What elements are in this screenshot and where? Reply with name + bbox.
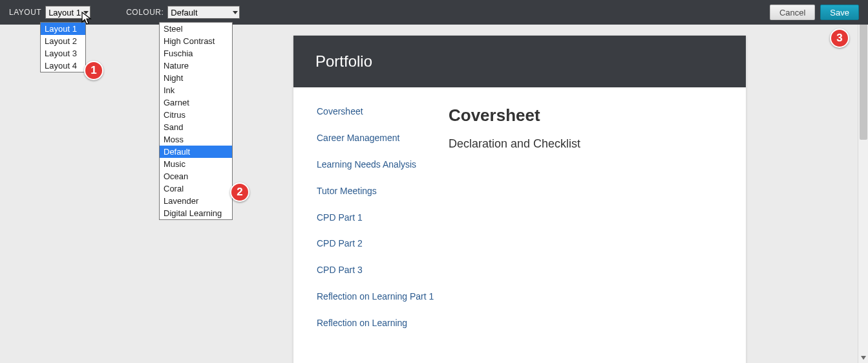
page-title: Portfolio [293, 36, 746, 87]
page-nav: Coversheet Career Management Learning Ne… [293, 105, 442, 344]
nav-link-tutor-meetings[interactable]: Tutor Meetings [317, 185, 436, 197]
colour-option[interactable]: Steel [160, 23, 232, 35]
chevron-down-icon [233, 11, 238, 14]
scroll-down-icon[interactable] [858, 353, 868, 363]
chevron-down-icon [83, 11, 89, 14]
layout-option[interactable]: Layout 4 [41, 60, 85, 72]
colour-option[interactable]: Digital Learning [160, 207, 232, 219]
colour-option[interactable]: Ink [160, 84, 232, 96]
page-content: Coversheet Declaration and Checklist [442, 105, 593, 344]
layout-option[interactable]: Layout 2 [41, 35, 85, 47]
colour-label: COLOUR: [126, 8, 164, 17]
nav-link-coversheet[interactable]: Coversheet [317, 105, 436, 118]
scrollbar-thumb[interactable] [860, 10, 867, 140]
colour-option[interactable]: Citrus [160, 109, 232, 121]
colour-option[interactable]: Fuschia [160, 47, 232, 60]
scrollbar[interactable] [858, 0, 868, 363]
colour-option[interactable]: Nature [160, 60, 232, 72]
layout-select[interactable]: Layout 1 [45, 6, 90, 19]
colour-option[interactable]: Lavender [160, 195, 232, 207]
nav-link-cpd-2[interactable]: CPD Part 2 [317, 237, 436, 250]
colour-option[interactable]: Music [160, 158, 232, 170]
layout-label: LAYOUT [9, 8, 41, 17]
annotation-badge-1: 1 [84, 61, 103, 80]
layout-dropdown[interactable]: Layout 1 Layout 2 Layout 3 Layout 4 [40, 22, 86, 72]
cancel-button[interactable]: Cancel [770, 5, 815, 20]
colour-option[interactable]: Ocean [160, 170, 232, 182]
layout-select-value: Layout 1 [48, 8, 81, 17]
colour-option[interactable]: Night [160, 72, 232, 84]
nav-link-cpd-1[interactable]: CPD Part 1 [317, 212, 436, 224]
colour-option[interactable]: Garnet [160, 96, 232, 109]
colour-select[interactable]: Default [167, 6, 240, 19]
annotation-badge-3: 3 [830, 28, 849, 48]
nav-link-reflection-1[interactable]: Reflection on Learning Part 1 [317, 291, 436, 303]
nav-link-career-management[interactable]: Career Management [317, 132, 436, 144]
colour-dropdown[interactable]: Steel High Contrast Fuschia Nature Night… [159, 22, 233, 220]
colour-option[interactable]: Default [160, 146, 232, 158]
content-heading: Coversheet [449, 105, 580, 126]
colour-option[interactable]: Coral [160, 182, 232, 195]
nav-link-reflection-2[interactable]: Reflection on Learning [317, 317, 436, 329]
colour-select-value: Default [171, 8, 197, 17]
annotation-badge-2: 2 [230, 182, 249, 202]
nav-link-learning-needs[interactable]: Learning Needs Analysis [317, 159, 436, 171]
content-subheading: Declaration and Checklist [449, 137, 580, 151]
save-button[interactable]: Save [820, 5, 859, 20]
portfolio-panel: Portfolio Coversheet Career Management L… [293, 36, 746, 363]
layout-option[interactable]: Layout 3 [41, 47, 85, 60]
colour-option[interactable]: Moss [160, 133, 232, 146]
colour-option[interactable]: Sand [160, 121, 232, 133]
nav-link-cpd-3[interactable]: CPD Part 3 [317, 264, 436, 276]
toolbar: LAYOUT Layout 1 COLOUR: Default Cancel S… [0, 0, 868, 25]
colour-option[interactable]: High Contrast [160, 35, 232, 47]
layout-option[interactable]: Layout 1 [41, 23, 85, 35]
